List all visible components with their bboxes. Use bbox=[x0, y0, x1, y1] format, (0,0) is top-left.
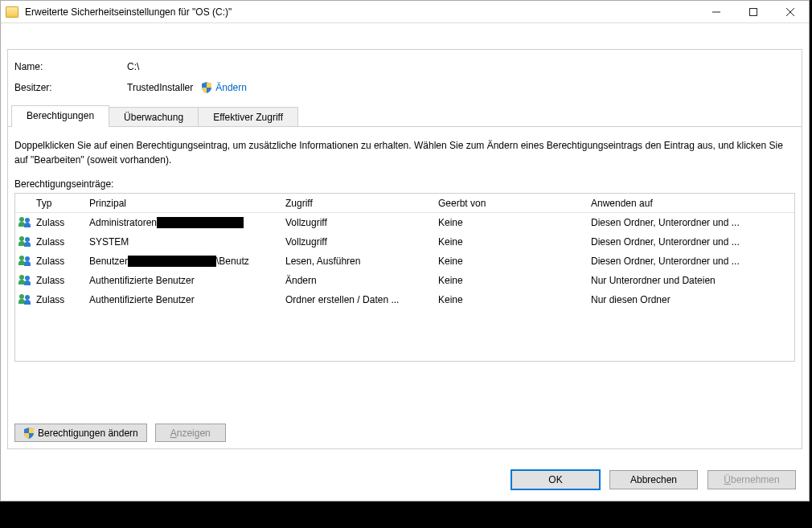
cell-zugriff: Ordner erstellen / Daten ... bbox=[285, 294, 438, 305]
cell-zugriff: Vollzugriff bbox=[285, 236, 438, 248]
ok-button[interactable]: OK bbox=[511, 470, 600, 489]
users-icon bbox=[19, 217, 32, 228]
titlebar[interactable]: Erweiterte Sicherheitseinstellungen für … bbox=[1, 1, 809, 23]
change-permissions-button[interactable]: Berechtigungen ändern bbox=[14, 424, 147, 442]
cell-geerbt: Keine bbox=[438, 294, 591, 305]
cell-anwenden: Diesen Ordner, Unterordner und ... bbox=[591, 217, 794, 228]
panel-buttons: Berechtigungen ändern Anzeigen bbox=[14, 424, 226, 442]
tab-effective-access[interactable]: Effektiver Zugriff bbox=[198, 107, 298, 126]
tab-permissions[interactable]: Berechtigungen bbox=[11, 105, 109, 126]
content-panel: Name: C:\ Besitzer: TrustedInstaller Änd… bbox=[7, 49, 802, 449]
view-button: Anzeigen bbox=[155, 424, 226, 442]
cell-anwenden: Diesen Ordner, Unterordner und ... bbox=[591, 236, 794, 248]
cell-typ: Zulass bbox=[36, 294, 89, 305]
svg-rect-1 bbox=[750, 8, 757, 15]
cell-anwenden: Nur Unterordner und Dateien bbox=[591, 275, 794, 286]
window-title: Erweiterte Sicherheitseinstellungen für … bbox=[25, 6, 232, 18]
cell-typ: Zulass bbox=[36, 256, 89, 267]
col-anwenden[interactable]: Anwenden auf bbox=[591, 198, 794, 209]
header-fields: Name: C:\ Besitzer: TrustedInstaller Änd… bbox=[8, 50, 802, 108]
shield-icon bbox=[201, 82, 212, 93]
cell-prinzipal: Benutzer\Benutz bbox=[89, 256, 285, 267]
advanced-security-window: Erweiterte Sicherheitseinstellungen für … bbox=[0, 0, 810, 501]
cell-prinzipal: SYSTEM bbox=[89, 236, 285, 248]
owner-label: Besitzer: bbox=[14, 82, 127, 93]
users-icon bbox=[19, 275, 32, 286]
redacted-text bbox=[128, 256, 216, 267]
redacted-text bbox=[157, 217, 244, 228]
cell-geerbt: Keine bbox=[438, 275, 591, 286]
close-button[interactable] bbox=[772, 1, 809, 23]
users-icon bbox=[19, 294, 32, 305]
tabstrip: Berechtigungen Überwachung Effektiver Zu… bbox=[8, 106, 802, 127]
cell-typ: Zulass bbox=[36, 217, 89, 228]
owner-value: TrustedInstaller bbox=[127, 82, 193, 93]
table-row[interactable]: ZulassAdministratoren VollzugriffKeineDi… bbox=[15, 213, 794, 232]
minimize-button[interactable] bbox=[698, 1, 735, 23]
permissions-grid[interactable]: Typ Prinzipal Zugriff Geerbt von Anwende… bbox=[14, 193, 795, 362]
col-typ[interactable]: Typ bbox=[36, 198, 89, 209]
change-permissions-label: Berechtigungen ändern bbox=[38, 428, 138, 439]
cell-zugriff: Ändern bbox=[285, 275, 438, 286]
tab-auditing[interactable]: Überwachung bbox=[109, 107, 199, 126]
table-row[interactable]: ZulassAuthentifizierte BenutzerOrdner er… bbox=[15, 290, 794, 309]
users-icon bbox=[19, 236, 32, 248]
name-label: Name: bbox=[14, 61, 127, 72]
cell-anwenden: Diesen Ordner, Unterordner und ... bbox=[591, 256, 794, 267]
cell-geerbt: Keine bbox=[438, 217, 591, 228]
cancel-button[interactable]: Abbrechen bbox=[609, 470, 698, 489]
col-zugriff[interactable]: Zugriff bbox=[285, 198, 438, 209]
col-geerbt[interactable]: Geerbt von bbox=[438, 198, 591, 209]
change-owner-link[interactable]: Ändern bbox=[215, 82, 247, 93]
grid-header[interactable]: Typ Prinzipal Zugriff Geerbt von Anwende… bbox=[15, 194, 794, 213]
cell-zugriff: Lesen, Ausführen bbox=[285, 256, 438, 267]
cell-typ: Zulass bbox=[36, 275, 89, 286]
apply-button: Übernehmen bbox=[707, 470, 796, 489]
shield-icon bbox=[23, 428, 35, 439]
cell-zugriff: Vollzugriff bbox=[285, 217, 438, 228]
name-value: C:\ bbox=[127, 61, 139, 72]
folder-icon bbox=[6, 6, 18, 18]
table-row[interactable]: ZulassBenutzer\BenutzLesen, AusführenKei… bbox=[15, 252, 794, 271]
cell-geerbt: Keine bbox=[438, 256, 591, 267]
table-row[interactable]: ZulassSYSTEMVollzugriffKeineDiesen Ordne… bbox=[15, 232, 794, 252]
tab-body: Doppelklicken Sie auf einen Berechtigung… bbox=[8, 127, 802, 368]
hint-text: Doppelklicken Sie auf einen Berechtigung… bbox=[14, 138, 795, 167]
cell-geerbt: Keine bbox=[438, 236, 591, 248]
users-icon bbox=[19, 256, 32, 267]
entries-label: Berechtigungseinträge: bbox=[14, 178, 795, 190]
col-prinzipal[interactable]: Prinzipal bbox=[89, 198, 285, 209]
table-row[interactable]: ZulassAuthentifizierte BenutzerÄndernKei… bbox=[15, 271, 794, 290]
cell-typ: Zulass bbox=[36, 236, 89, 248]
cell-prinzipal: Authentifizierte Benutzer bbox=[89, 275, 285, 286]
cell-prinzipal: Authentifizierte Benutzer bbox=[89, 294, 285, 305]
cell-anwenden: Nur diesen Ordner bbox=[591, 294, 794, 305]
maximize-button[interactable] bbox=[735, 1, 772, 23]
dialog-footer: OK Abbrechen Übernehmen bbox=[511, 470, 796, 489]
cell-prinzipal: Administratoren bbox=[89, 217, 285, 228]
